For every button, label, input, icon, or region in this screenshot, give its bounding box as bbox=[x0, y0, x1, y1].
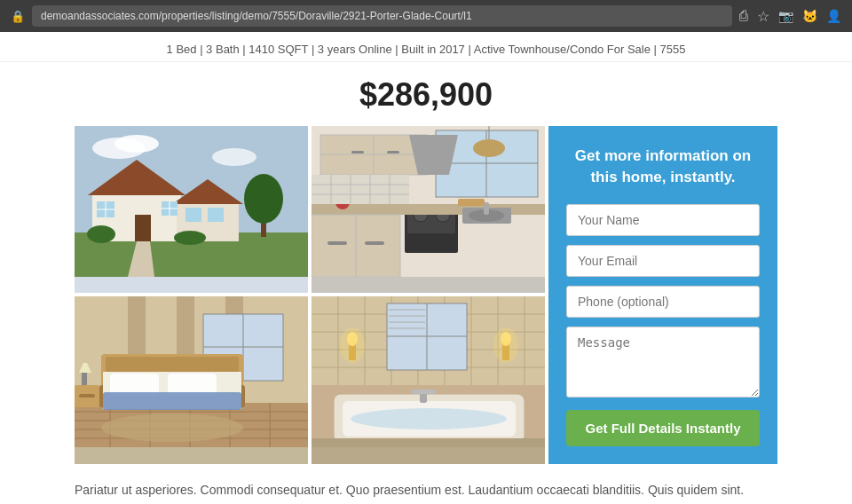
svg-rect-43 bbox=[365, 241, 384, 245]
svg-point-22 bbox=[244, 174, 283, 224]
lock-icon: 🔒 bbox=[11, 10, 25, 23]
photo-kitchen bbox=[312, 126, 545, 293]
message-input[interactable] bbox=[566, 327, 760, 398]
phone-input[interactable] bbox=[566, 286, 760, 318]
svg-rect-42 bbox=[327, 241, 347, 245]
svg-rect-9 bbox=[135, 215, 151, 241]
name-input[interactable] bbox=[566, 204, 760, 236]
main-section: Get more information on this home, insta… bbox=[0, 126, 852, 464]
contact-panel-title: Get more information on this home, insta… bbox=[566, 146, 760, 188]
contact-panel: Get more information on this home, insta… bbox=[548, 126, 777, 464]
contact-form[interactable]: Get Full Details Instantly bbox=[566, 204, 760, 446]
property-description: Pariatur ut asperiores. Commodi consequa… bbox=[0, 464, 852, 504]
svg-point-116 bbox=[340, 327, 365, 363]
svg-point-109 bbox=[351, 408, 507, 429]
bookmark-icon[interactable]: ☆ bbox=[757, 8, 769, 25]
listing-price: $286,900 bbox=[0, 62, 852, 126]
listing-meta: 1 Bed | 3 Bath | 1410 SQFT | 3 years Onl… bbox=[0, 32, 852, 62]
page-content: 1 Bed | 3 Bath | 1410 SQFT | 3 years Onl… bbox=[0, 32, 852, 504]
submit-button[interactable]: Get Full Details Instantly bbox=[566, 410, 760, 446]
email-input[interactable] bbox=[566, 245, 760, 277]
browser-chrome: 🔒 demoandassociates.com/properties/listi… bbox=[0, 0, 852, 32]
address-bar[interactable]: demoandassociates.com/properties/listing… bbox=[32, 5, 732, 27]
svg-point-3 bbox=[212, 148, 256, 166]
svg-rect-28 bbox=[387, 151, 399, 154]
meta-text: 1 Bed | 3 Bath | 1410 SQFT | 3 years Onl… bbox=[167, 43, 686, 56]
svg-rect-82 bbox=[79, 394, 95, 398]
share-icon[interactable]: ⎙ bbox=[739, 8, 748, 24]
photo-bedroom bbox=[75, 296, 308, 463]
svg-rect-16 bbox=[185, 208, 201, 222]
browser-actions: ⎙ ☆ 📷 🐱 👤 bbox=[739, 8, 841, 25]
photo-house-exterior bbox=[75, 126, 308, 293]
svg-rect-50 bbox=[312, 175, 409, 204]
svg-point-2 bbox=[114, 135, 159, 153]
svg-rect-118 bbox=[312, 438, 545, 447]
photo-bathroom bbox=[312, 296, 545, 463]
price-text: $286,900 bbox=[359, 76, 493, 113]
svg-point-19 bbox=[174, 231, 206, 245]
svg-rect-83 bbox=[82, 373, 87, 385]
photo-grid bbox=[75, 126, 545, 464]
svg-rect-17 bbox=[208, 208, 224, 222]
svg-point-85 bbox=[101, 413, 243, 442]
camera-icon[interactable]: 📷 bbox=[778, 9, 793, 23]
svg-rect-80 bbox=[103, 392, 241, 410]
extension-icon[interactable]: 🐱 bbox=[802, 9, 817, 23]
svg-point-33 bbox=[473, 139, 505, 157]
svg-rect-111 bbox=[411, 390, 436, 394]
description-text: Pariatur ut asperiores. Commodi consequa… bbox=[75, 483, 744, 504]
svg-point-18 bbox=[87, 225, 115, 243]
svg-rect-27 bbox=[351, 151, 364, 154]
svg-point-117 bbox=[493, 327, 518, 363]
contact-title-text: Get more information on this home, insta… bbox=[575, 147, 751, 185]
url-text: demoandassociates.com/properties/listing… bbox=[41, 10, 472, 22]
profile-icon[interactable]: 👤 bbox=[826, 9, 841, 23]
svg-rect-49 bbox=[458, 199, 485, 206]
